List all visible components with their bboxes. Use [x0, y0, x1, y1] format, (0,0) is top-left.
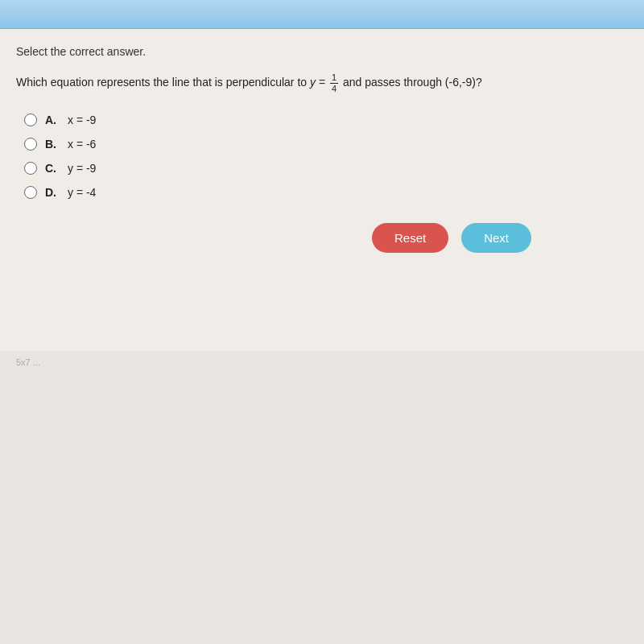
option-item-c[interactable]: C. y = -9: [24, 162, 628, 175]
option-item-a[interactable]: A. x = -9: [24, 114, 628, 126]
reset-button[interactable]: Reset: [372, 223, 448, 253]
next-button[interactable]: Next: [461, 223, 531, 253]
question-text: Which equation represents the line that …: [16, 72, 628, 94]
top-bar: [0, 0, 644, 29]
fraction-numerator: 1: [330, 72, 338, 84]
bottom-area: 5x7 ...: [0, 351, 644, 644]
option-item-b[interactable]: B. x = -6: [24, 138, 628, 151]
option-value-c: y = -9: [68, 162, 96, 175]
content-area: Select the correct answer. Which equatio…: [0, 29, 644, 351]
instruction-text: Select the correct answer.: [16, 45, 628, 58]
radio-a[interactable]: [24, 114, 37, 126]
option-letter-a: A.: [45, 114, 60, 126]
question-prefix: Which equation represents the line that …: [16, 76, 307, 89]
option-value-a: x = -9: [68, 114, 96, 126]
radio-b[interactable]: [24, 138, 37, 151]
radio-d[interactable]: [24, 186, 37, 199]
watermark: 5x7 ...: [0, 351, 644, 374]
option-value-d: y = -4: [68, 186, 96, 199]
question-variable: y: [310, 76, 319, 89]
option-letter-c: C.: [45, 162, 60, 175]
option-letter-b: B.: [45, 138, 60, 151]
option-letter-d: D.: [45, 186, 60, 199]
question-suffix: and passes through (-6,-9)?: [343, 76, 482, 89]
radio-c[interactable]: [24, 162, 37, 175]
button-row: Reset Next: [16, 223, 628, 253]
option-value-b: x = -6: [68, 138, 96, 151]
options-list: A. x = -9 B. x = -6 C. y = -9 D. y = -4: [24, 114, 628, 199]
option-item-d[interactable]: D. y = -4: [24, 186, 628, 199]
question-equals: =: [319, 76, 325, 89]
fraction-denominator: 4: [330, 84, 338, 94]
fraction: 1 4: [330, 72, 338, 94]
